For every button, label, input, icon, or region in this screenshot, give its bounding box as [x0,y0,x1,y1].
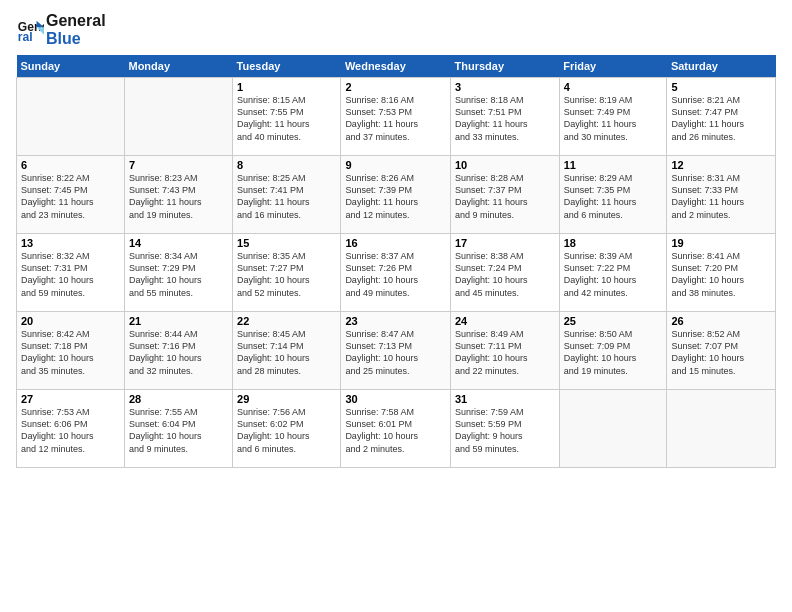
calendar-cell: 25Sunrise: 8:50 AM Sunset: 7:09 PM Dayli… [559,312,667,390]
weekday-header: Friday [559,55,667,78]
day-number: 17 [455,237,555,249]
logo: Gene ral General Blue [16,12,106,47]
calendar-table: SundayMondayTuesdayWednesdayThursdayFrid… [16,55,776,468]
day-info: Sunrise: 8:21 AM Sunset: 7:47 PM Dayligh… [671,94,771,143]
day-number: 14 [129,237,228,249]
logo-icon: Gene ral [16,16,44,44]
calendar-cell: 23Sunrise: 8:47 AM Sunset: 7:13 PM Dayli… [341,312,451,390]
day-info: Sunrise: 8:22 AM Sunset: 7:45 PM Dayligh… [21,172,120,221]
weekday-header: Monday [124,55,232,78]
day-number: 26 [671,315,771,327]
calendar-cell: 22Sunrise: 8:45 AM Sunset: 7:14 PM Dayli… [233,312,341,390]
calendar-cell: 11Sunrise: 8:29 AM Sunset: 7:35 PM Dayli… [559,156,667,234]
day-number: 10 [455,159,555,171]
calendar-cell: 30Sunrise: 7:58 AM Sunset: 6:01 PM Dayli… [341,390,451,468]
weekday-header: Tuesday [233,55,341,78]
day-info: Sunrise: 8:44 AM Sunset: 7:16 PM Dayligh… [129,328,228,377]
day-number: 23 [345,315,446,327]
day-number: 1 [237,81,336,93]
calendar-cell: 9Sunrise: 8:26 AM Sunset: 7:39 PM Daylig… [341,156,451,234]
day-info: Sunrise: 8:38 AM Sunset: 7:24 PM Dayligh… [455,250,555,299]
calendar-cell: 2Sunrise: 8:16 AM Sunset: 7:53 PM Daylig… [341,78,451,156]
calendar-cell: 15Sunrise: 8:35 AM Sunset: 7:27 PM Dayli… [233,234,341,312]
calendar-cell [559,390,667,468]
calendar-cell: 12Sunrise: 8:31 AM Sunset: 7:33 PM Dayli… [667,156,776,234]
day-number: 3 [455,81,555,93]
day-number: 27 [21,393,120,405]
calendar-cell: 5Sunrise: 8:21 AM Sunset: 7:47 PM Daylig… [667,78,776,156]
day-info: Sunrise: 7:58 AM Sunset: 6:01 PM Dayligh… [345,406,446,455]
day-info: Sunrise: 7:55 AM Sunset: 6:04 PM Dayligh… [129,406,228,455]
day-info: Sunrise: 8:42 AM Sunset: 7:18 PM Dayligh… [21,328,120,377]
day-number: 29 [237,393,336,405]
day-number: 20 [21,315,120,327]
calendar-cell: 8Sunrise: 8:25 AM Sunset: 7:41 PM Daylig… [233,156,341,234]
calendar-cell: 27Sunrise: 7:53 AM Sunset: 6:06 PM Dayli… [17,390,125,468]
calendar-cell: 16Sunrise: 8:37 AM Sunset: 7:26 PM Dayli… [341,234,451,312]
day-info: Sunrise: 8:32 AM Sunset: 7:31 PM Dayligh… [21,250,120,299]
day-info: Sunrise: 8:37 AM Sunset: 7:26 PM Dayligh… [345,250,446,299]
calendar-cell [667,390,776,468]
day-number: 11 [564,159,663,171]
calendar-cell: 17Sunrise: 8:38 AM Sunset: 7:24 PM Dayli… [450,234,559,312]
day-number: 8 [237,159,336,171]
day-info: Sunrise: 8:39 AM Sunset: 7:22 PM Dayligh… [564,250,663,299]
calendar-cell [17,78,125,156]
day-number: 30 [345,393,446,405]
day-number: 12 [671,159,771,171]
calendar-cell: 19Sunrise: 8:41 AM Sunset: 7:20 PM Dayli… [667,234,776,312]
calendar-cell: 6Sunrise: 8:22 AM Sunset: 7:45 PM Daylig… [17,156,125,234]
day-info: Sunrise: 8:34 AM Sunset: 7:29 PM Dayligh… [129,250,228,299]
weekday-header: Wednesday [341,55,451,78]
day-info: Sunrise: 8:45 AM Sunset: 7:14 PM Dayligh… [237,328,336,377]
day-number: 7 [129,159,228,171]
calendar-cell: 26Sunrise: 8:52 AM Sunset: 7:07 PM Dayli… [667,312,776,390]
day-number: 19 [671,237,771,249]
day-number: 9 [345,159,446,171]
calendar-header-row: SundayMondayTuesdayWednesdayThursdayFrid… [17,55,776,78]
calendar-cell: 18Sunrise: 8:39 AM Sunset: 7:22 PM Dayli… [559,234,667,312]
day-info: Sunrise: 8:16 AM Sunset: 7:53 PM Dayligh… [345,94,446,143]
calendar-cell: 14Sunrise: 8:34 AM Sunset: 7:29 PM Dayli… [124,234,232,312]
day-info: Sunrise: 8:31 AM Sunset: 7:33 PM Dayligh… [671,172,771,221]
page-header: Gene ral General Blue [16,12,776,47]
day-info: Sunrise: 8:19 AM Sunset: 7:49 PM Dayligh… [564,94,663,143]
calendar-cell [124,78,232,156]
day-number: 31 [455,393,555,405]
day-info: Sunrise: 8:29 AM Sunset: 7:35 PM Dayligh… [564,172,663,221]
day-number: 4 [564,81,663,93]
day-number: 25 [564,315,663,327]
calendar-cell: 29Sunrise: 7:56 AM Sunset: 6:02 PM Dayli… [233,390,341,468]
calendar-week-row: 6Sunrise: 8:22 AM Sunset: 7:45 PM Daylig… [17,156,776,234]
weekday-header: Saturday [667,55,776,78]
day-info: Sunrise: 8:28 AM Sunset: 7:37 PM Dayligh… [455,172,555,221]
calendar-week-row: 27Sunrise: 7:53 AM Sunset: 6:06 PM Dayli… [17,390,776,468]
day-number: 2 [345,81,446,93]
calendar-cell: 31Sunrise: 7:59 AM Sunset: 5:59 PM Dayli… [450,390,559,468]
day-number: 21 [129,315,228,327]
logo-text-line1: General [46,12,106,30]
day-info: Sunrise: 8:18 AM Sunset: 7:51 PM Dayligh… [455,94,555,143]
day-number: 18 [564,237,663,249]
svg-text:ral: ral [18,30,33,44]
day-info: Sunrise: 8:47 AM Sunset: 7:13 PM Dayligh… [345,328,446,377]
weekday-header: Thursday [450,55,559,78]
day-info: Sunrise: 7:53 AM Sunset: 6:06 PM Dayligh… [21,406,120,455]
day-info: Sunrise: 8:50 AM Sunset: 7:09 PM Dayligh… [564,328,663,377]
day-number: 28 [129,393,228,405]
logo-text-line2: Blue [46,30,106,48]
day-number: 13 [21,237,120,249]
day-number: 22 [237,315,336,327]
day-number: 6 [21,159,120,171]
day-info: Sunrise: 7:56 AM Sunset: 6:02 PM Dayligh… [237,406,336,455]
day-info: Sunrise: 8:25 AM Sunset: 7:41 PM Dayligh… [237,172,336,221]
calendar-cell: 10Sunrise: 8:28 AM Sunset: 7:37 PM Dayli… [450,156,559,234]
day-number: 5 [671,81,771,93]
calendar-cell: 1Sunrise: 8:15 AM Sunset: 7:55 PM Daylig… [233,78,341,156]
calendar-cell: 4Sunrise: 8:19 AM Sunset: 7:49 PM Daylig… [559,78,667,156]
day-info: Sunrise: 8:49 AM Sunset: 7:11 PM Dayligh… [455,328,555,377]
calendar-cell: 7Sunrise: 8:23 AM Sunset: 7:43 PM Daylig… [124,156,232,234]
day-info: Sunrise: 8:35 AM Sunset: 7:27 PM Dayligh… [237,250,336,299]
calendar-cell: 28Sunrise: 7:55 AM Sunset: 6:04 PM Dayli… [124,390,232,468]
day-info: Sunrise: 7:59 AM Sunset: 5:59 PM Dayligh… [455,406,555,455]
